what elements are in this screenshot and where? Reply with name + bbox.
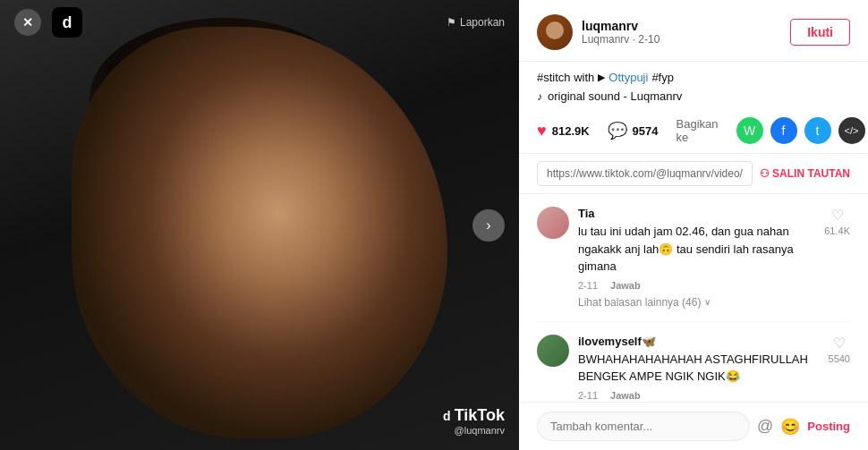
likes-count: 812.9K: [552, 124, 590, 138]
comment-text: lu tau ini udah jam 02.46, dan gua nahan…: [578, 223, 815, 276]
share-icons: W f t </>: [736, 117, 865, 144]
report-label: Laporkan: [460, 16, 505, 29]
input-icons: @ 😊: [757, 417, 800, 437]
comments-count: 9574: [633, 124, 659, 138]
tiktok-logo-icon: d: [63, 13, 72, 32]
tags-section: #stitch with ▶ Ottypuji #fyp ♪ original …: [519, 62, 868, 108]
like-count: 5540: [829, 353, 850, 364]
emoji-icon[interactable]: 😊: [780, 417, 800, 437]
user-sub-info: Luqmanrv · 2-10: [582, 33, 790, 46]
share-embed-button[interactable]: </>: [838, 117, 865, 144]
sound-line: ♪ original sound - Luqmanrv: [537, 89, 850, 103]
facebook-icon: f: [782, 123, 786, 138]
comment-item: Tia lu tau ini udah jam 02.46, dan gua n…: [537, 194, 850, 322]
right-panel: luqmanrv Luqmanrv · 2-10 Ikuti #stitch w…: [519, 0, 868, 450]
stitch-tag: #stitch with: [537, 71, 594, 84]
report-flag-icon: ⚑: [447, 16, 456, 29]
heart-icon: ♥: [537, 122, 547, 140]
like-count: 61.4K: [824, 225, 850, 236]
whatsapp-icon: W: [744, 123, 755, 138]
stats-section: ♥ 812.9K 💬 9574 Bagikan ke W f t </>: [519, 108, 868, 154]
tiktok-d-icon: d: [443, 409, 451, 423]
post-comment-button[interactable]: Posting: [807, 420, 850, 433]
at-mention-icon[interactable]: @: [757, 417, 773, 436]
comment-avatar: [537, 335, 569, 367]
twitter-icon: t: [816, 123, 820, 138]
comments-stat: 💬 9574: [608, 121, 659, 140]
music-icon: ♪: [537, 90, 542, 103]
comment-input-section: @ 😊 Posting: [519, 402, 868, 450]
username: luqmanrv: [582, 19, 790, 33]
reply-button[interactable]: Jawab: [610, 280, 641, 291]
comment-text: BWHAHAHAHAHAHAH ASTAGHFIRULLAH BENGEK AM…: [578, 351, 820, 386]
tiktok-logo: d: [52, 7, 82, 38]
comment-date: 2-11: [578, 280, 598, 291]
share-whatsapp-button[interactable]: W: [736, 117, 763, 144]
comment-avatar: [537, 207, 569, 239]
view-replies-button[interactable]: Lihat balasan lainnya (46) ∨: [578, 296, 815, 309]
chevron-down-icon: ∨: [704, 297, 711, 307]
share-twitter-button[interactable]: t: [804, 117, 831, 144]
embed-icon: </>: [845, 125, 859, 136]
channel-tag[interactable]: Ottypuji: [608, 71, 648, 84]
comment-input[interactable]: [537, 412, 750, 441]
comment-date: 2-11: [578, 390, 598, 401]
comments-section: Tia lu tau ini udah jam 02.46, dan gua n…: [519, 194, 868, 402]
tags-line: #stitch with ▶ Ottypuji #fyp: [537, 71, 850, 84]
video-top-bar: ✕ d ⚑ Laporkan: [0, 0, 519, 45]
play-icon: ▶: [598, 72, 605, 83]
comment-like: ♡ 5540: [829, 335, 850, 403]
comment-body: ilovemyself🦋 BWHAHAHAHAHAHAH ASTAGHFIRUL…: [578, 335, 820, 403]
comment-item: ilovemyself🦋 BWHAHAHAHAHAHAH ASTAGHFIRUL…: [537, 322, 850, 403]
comment-like: ♡ 61.4K: [824, 207, 850, 309]
chevron-right-icon: ›: [486, 217, 490, 233]
reply-button[interactable]: Jawab: [610, 390, 641, 401]
video-subject-face: [72, 27, 447, 438]
comment-username: ilovemyself🦋: [578, 335, 820, 348]
likes-stat: ♥ 812.9K: [537, 122, 590, 140]
close-button[interactable]: ✕: [14, 9, 41, 36]
like-heart-icon[interactable]: ♡: [831, 207, 844, 224]
next-video-button[interactable]: ›: [472, 209, 505, 242]
video-background: [0, 0, 519, 450]
share-facebook-button[interactable]: f: [770, 117, 797, 144]
url-section: ⚇ SALIN TAUTAN: [519, 154, 868, 194]
comment-username: Tia: [578, 207, 815, 220]
video-branding: d TikTok @luqmanrv: [443, 406, 505, 436]
follow-button[interactable]: Ikuti: [790, 19, 850, 46]
view-replies-label: Lihat balasan lainnya (46): [578, 296, 701, 309]
copy-link-button[interactable]: ⚇ SALIN TAUTAN: [760, 167, 850, 180]
tiktok-brand-text: d TikTok: [443, 406, 505, 425]
like-heart-icon[interactable]: ♡: [833, 335, 846, 352]
video-username-tag: @luqmanrv: [455, 425, 505, 436]
report-button[interactable]: ⚑ Laporkan: [447, 16, 505, 29]
user-info: luqmanrv Luqmanrv · 2-10: [582, 19, 790, 46]
comment-meta: 2-11 Jawab: [578, 390, 820, 401]
fyp-tag[interactable]: #fyp: [651, 71, 674, 84]
url-input[interactable]: [537, 161, 753, 186]
share-label: Bagikan ke: [677, 117, 719, 144]
comment-meta: 2-11 Jawab: [578, 280, 815, 291]
sound-text[interactable]: original sound - Luqmanrv: [548, 89, 682, 103]
comment-body: Tia lu tau ini udah jam 02.46, dan gua n…: [578, 207, 815, 309]
video-panel: ✕ d ⚑ Laporkan › d TikTok @luqmanrv: [0, 0, 519, 450]
avatar: [537, 14, 573, 50]
user-section: luqmanrv Luqmanrv · 2-10 Ikuti: [519, 0, 868, 62]
comment-icon: 💬: [608, 121, 627, 140]
close-icon: ✕: [22, 15, 33, 30]
